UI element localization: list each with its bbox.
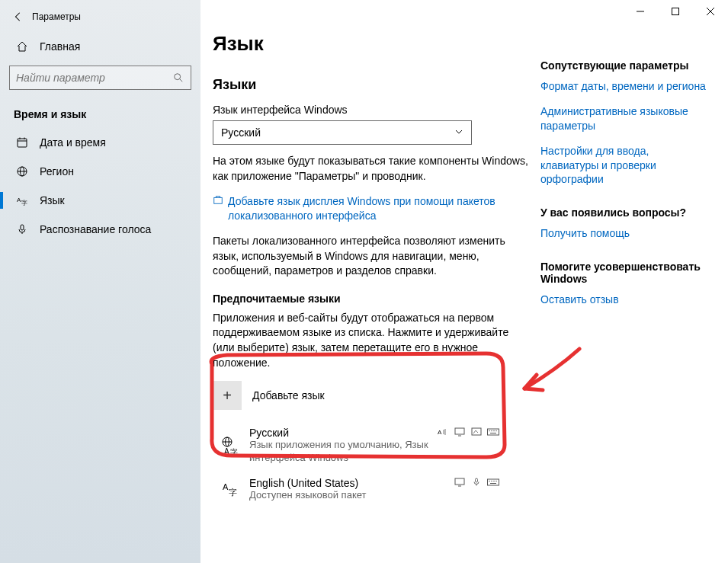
sidebar-group-heading: Время и язык [0, 96, 200, 128]
search-box[interactable] [9, 66, 191, 90]
store-icon [213, 194, 223, 205]
display-language-label: Язык интерфейса Windows [213, 104, 533, 116]
language-subtitle: Доступен языковой пакет [249, 489, 454, 502]
svg-rect-2 [18, 139, 27, 147]
maximize-button[interactable] [658, 0, 693, 23]
svg-point-0 [175, 74, 181, 80]
page-title: Язык [213, 32, 533, 56]
mic-icon [15, 222, 29, 236]
main-content: Язык Языки Язык интерфейса Windows Русск… [200, 0, 728, 563]
section-heading-languages: Языки [213, 77, 533, 93]
display-language-select[interactable]: Русский [213, 120, 472, 145]
svg-text:A: A [223, 482, 229, 491]
tts-icon: A [437, 427, 449, 437]
svg-text:A: A [438, 429, 442, 436]
sidebar-item-label: Распознавание голоса [40, 223, 151, 235]
svg-rect-11 [21, 225, 24, 230]
sidebar-item-speech[interactable]: Распознавание голоса [9, 215, 191, 244]
titlebar: Параметры [0, 6, 200, 32]
svg-rect-23 [455, 428, 464, 434]
preferred-heading: Предпочитаемые языки [213, 293, 533, 305]
search-icon [166, 72, 191, 83]
add-language-label: Добавьте язык [252, 389, 325, 401]
help-heading: У вас появились вопросы? [540, 206, 708, 219]
svg-rect-13 [672, 8, 679, 15]
sidebar-item-language[interactable]: A字 Язык [9, 186, 191, 215]
sidebar-item-date-time[interactable]: Дата и время [9, 128, 191, 157]
sidebar-item-region[interactable]: Регион [9, 157, 191, 186]
add-language-button[interactable]: + Добавьте язык [213, 381, 533, 410]
display-language-value: Русский [221, 126, 261, 139]
svg-rect-34 [455, 478, 464, 485]
sidebar-item-label: Дата и время [40, 136, 106, 149]
language-item-english[interactable]: A字 English (United States) Доступен язык… [213, 471, 502, 508]
keyboard-icon [487, 427, 499, 437]
preferred-desc: Приложения и веб-сайты будут отображатьс… [213, 311, 533, 370]
minimize-button[interactable] [623, 0, 658, 23]
feedback-link[interactable]: Оставить отзыв [540, 293, 708, 307]
globe-icon [15, 165, 29, 178]
language-name: Русский [249, 427, 437, 439]
home-icon [15, 40, 29, 53]
svg-rect-37 [488, 479, 499, 485]
chevron-down-icon [454, 126, 463, 139]
svg-rect-16 [214, 198, 223, 204]
lang-icon: A字 [15, 194, 29, 207]
sidebar-item-label: Регион [40, 165, 74, 178]
svg-text:字: 字 [21, 200, 27, 206]
ink-icon [470, 427, 483, 437]
language-glyph-icon: A字 [216, 477, 245, 502]
language-features [454, 477, 499, 502]
language-item-russian[interactable]: A字 Русский Язык приложения по умолчанию,… [213, 421, 502, 471]
search-input[interactable] [10, 72, 166, 84]
clock-icon [15, 136, 29, 149]
svg-text:字: 字 [229, 488, 237, 497]
language-name: English (United States) [249, 477, 454, 489]
svg-text:字: 字 [230, 448, 238, 456]
related-link-input-spell[interactable]: Настройки для ввода, клавиатуры и провер… [540, 144, 708, 187]
sidebar-item-label: Главная [40, 40, 80, 53]
svg-rect-36 [476, 478, 478, 482]
sidebar-item-label: Язык [40, 194, 65, 206]
keyboard-icon [487, 477, 499, 488]
related-link-date-format[interactable]: Формат даты, времени и региона [540, 79, 708, 94]
help-link[interactable]: Получить помощь [540, 226, 708, 241]
mic-icon [470, 477, 483, 488]
aside-panel: Сопутствующие параметры Формат даты, вре… [533, 0, 708, 563]
language-glyph-icon: A字 [216, 427, 245, 465]
language-subtitle: Язык приложения по умолчанию, Язык интер… [249, 439, 437, 465]
language-features: A [437, 427, 499, 465]
related-heading: Сопутствующие параметры [540, 59, 708, 72]
plus-icon: + [213, 381, 242, 410]
sidebar-item-home[interactable]: Главная [9, 32, 191, 61]
display-language-desc: На этом языке будут показываться такие к… [213, 154, 533, 184]
display-icon [454, 427, 466, 437]
store-desc: Пакеты локализованного интерфейса позвол… [213, 234, 533, 279]
sidebar: Параметры Главная Время и язык [0, 0, 200, 563]
related-link-admin-lang[interactable]: Административные языковые параметры [540, 104, 708, 133]
svg-rect-26 [488, 429, 499, 435]
store-link[interactable]: Добавьте язык дисплея Windows при помощи… [228, 194, 533, 223]
svg-text:A: A [224, 447, 229, 456]
close-button[interactable] [693, 0, 728, 23]
back-button[interactable] [8, 9, 29, 24]
window-title: Параметры [32, 11, 81, 22]
svg-line-1 [180, 79, 183, 82]
display-icon [454, 477, 466, 488]
feedback-heading: Помогите усовершенствовать Windows [540, 261, 708, 285]
window-controls [623, 0, 728, 23]
